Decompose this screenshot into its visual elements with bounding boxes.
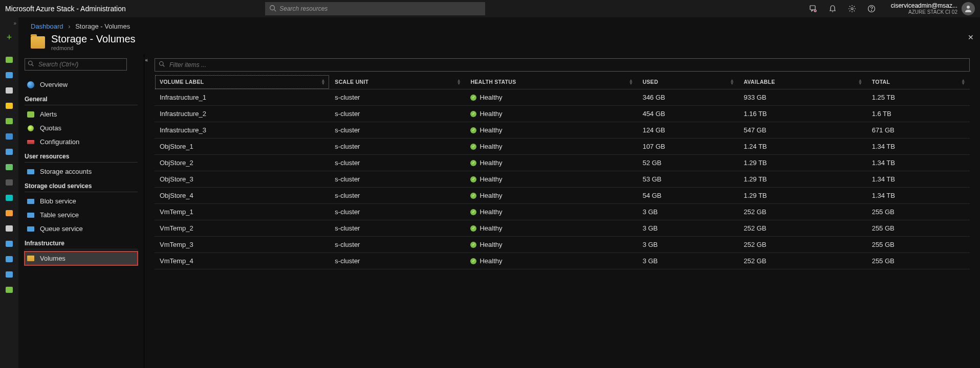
svg-point-11 [160,62,164,66]
menu-search-input[interactable] [25,58,127,71]
menu-item-configuration[interactable]: Configuration [25,135,138,149]
column-used[interactable]: USED▲▼ [638,75,739,89]
rail-item-9[interactable] [5,194,13,202]
search-icon [269,5,276,12]
table-row[interactable]: VmTemp_2 s-cluster ✓Healthy 3 GB 252 GB … [155,220,970,237]
collapse-menu-icon[interactable]: « [145,57,148,63]
rail-item-1[interactable] [5,71,13,79]
rail-item-15[interactable] [5,286,13,294]
blade-header: Storage - Volumes redmond ✕ [18,33,980,54]
table-row[interactable]: Infrastructure_2 s-cluster ✓Healthy 454 … [155,106,970,122]
table-row[interactable]: Infrastructure_3 s-cluster ✓Healthy 124 … [155,122,970,139]
table-area: VOLUME LABEL▲▼SCALE UNIT▲▼HEALTH STATUS▲… [144,54,980,368]
cell-available: 1.16 TB [738,106,866,122]
settings-icon[interactable] [848,5,856,13]
cell-health: ✓Healthy [465,253,637,269]
rail-item-6[interactable] [5,148,13,156]
cell-health: ✓Healthy [465,237,637,253]
menu-item-blob-service[interactable]: Blob service [25,194,138,208]
rail-item-10[interactable] [5,209,13,217]
cell-used: 3 GB [638,237,739,253]
breadcrumb-current: Storage - Volumes [75,22,130,30]
table-row[interactable]: ObjStore_3 s-cluster ✓Healthy 53 GB 1.29… [155,171,970,188]
menu-label: Queue service [40,225,83,233]
filter-input[interactable] [155,58,970,72]
global-search-input[interactable] [265,2,485,15]
column-scale-unit[interactable]: SCALE UNIT▲▼ [330,75,465,89]
menu-item-alerts[interactable]: Alerts [25,107,138,121]
cell-health: ✓Healthy [465,188,637,204]
table-row[interactable]: VmTemp_4 s-cluster ✓Healthy 3 GB 252 GB … [155,253,970,269]
menu-item-overview[interactable]: Overview [25,78,138,91]
cell-health: ✓Healthy [465,139,637,155]
notifications-icon[interactable] [829,5,837,13]
breadcrumb-dashboard[interactable]: Dashboard [31,22,63,30]
menu-item-table-service[interactable]: Table service [25,208,138,222]
rail-item-3[interactable] [5,102,13,110]
cell-total: 1.34 TB [867,155,970,171]
cell-total: 1.34 TB [867,188,970,204]
rail-item-14[interactable] [5,270,13,279]
menu-item-storage-accounts[interactable]: Storage accounts [25,165,138,178]
menu-label: Blob service [40,197,76,205]
rail-item-5[interactable] [5,132,13,141]
rail-item-0[interactable] [5,56,13,64]
cell-label: ObjStore_2 [155,155,330,171]
breadcrumb-separator: › [68,22,70,30]
table-row[interactable]: ObjStore_4 s-cluster ✓Healthy 54 GB 1.29… [155,188,970,204]
healthy-icon: ✓ [470,144,476,150]
rail-item-4[interactable] [5,117,13,125]
table-row[interactable]: Infrastructure_1 s-cluster ✓Healthy 346 … [155,89,970,106]
resource-menu: « Overview GeneralAlertsQuotasConfigurat… [18,54,144,368]
table-row[interactable]: VmTemp_1 s-cluster ✓Healthy 3 GB 252 GB … [155,204,970,220]
cell-total: 1.34 TB [867,171,970,188]
help-icon[interactable] [867,5,876,13]
menu-item-queue-service[interactable]: Queue service [25,222,138,236]
cell-scale: s-cluster [330,106,465,122]
rail-item-8[interactable] [5,178,13,187]
rail-item-2[interactable] [5,86,13,95]
cell-label: ObjStore_1 [155,139,330,155]
column-volume-label[interactable]: VOLUME LABEL▲▼ [155,75,330,89]
folder-icon [27,255,35,262]
cell-available: 1.29 TB [738,171,866,188]
cell-available: 252 GB [738,237,866,253]
column-available[interactable]: AVAILABLE▲▼ [738,75,866,89]
column-health-status[interactable]: HEALTH STATUS▲▼ [465,75,637,89]
cell-scale: s-cluster [330,122,465,139]
account-menu[interactable]: ciserviceadmin@msaz... AZURE STACK CI 02 [891,2,975,15]
cell-health: ✓Healthy [465,89,637,106]
rail-item-11[interactable] [5,224,13,233]
cell-total: 255 GB [867,220,970,237]
cell-total: 255 GB [867,237,970,253]
healthy-icon: ✓ [470,193,476,199]
column-total[interactable]: TOTAL▲▼ [867,75,970,89]
account-tenant: AZURE STACK CI 02 [891,9,957,15]
cell-label: ObjStore_4 [155,188,330,204]
rail-item-12[interactable] [5,240,13,248]
table-row[interactable]: VmTemp_3 s-cluster ✓Healthy 3 GB 252 GB … [155,237,970,253]
global-header: Microsoft Azure Stack - Administration c… [0,0,980,17]
feedback-icon[interactable] [809,5,817,13]
healthy-icon: ✓ [470,127,476,133]
cell-health: ✓Healthy [465,155,637,171]
table-row[interactable]: ObjStore_1 s-cluster ✓Healthy 107 GB 1.2… [155,139,970,155]
svg-point-5 [851,8,853,10]
svg-line-10 [32,64,33,66]
sort-icon: ▲▼ [858,79,862,85]
close-blade-button[interactable]: ✕ [968,33,974,41]
cell-available: 933 GB [738,89,866,106]
svg-line-1 [274,10,276,12]
table-row[interactable]: ObjStore_2 s-cluster ✓Healthy 52 GB 1.29… [155,155,970,171]
rail-item-7[interactable] [5,163,13,171]
healthy-icon: ✓ [470,225,476,232]
menu-label: Table service [40,211,79,219]
rail-item-13[interactable] [5,255,13,263]
menu-item-volumes[interactable]: Volumes [25,251,138,265]
expand-rail-icon[interactable]: » [0,20,18,26]
cell-used: 54 GB [638,188,739,204]
menu-item-quotas[interactable]: Quotas [25,121,138,135]
rail-add-icon[interactable]: + [5,33,13,41]
cell-label: VmTemp_4 [155,253,330,269]
cell-total: 1.6 TB [867,106,970,122]
